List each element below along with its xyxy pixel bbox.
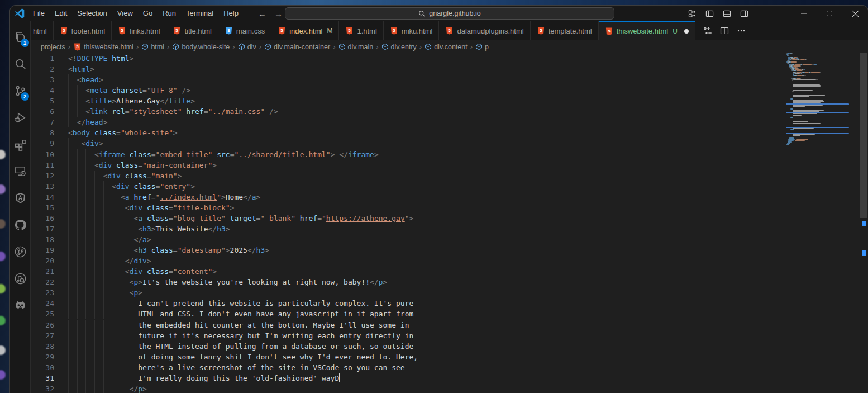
line-number: 7	[50, 117, 54, 127]
taskbar-app-icon[interactable]	[0, 150, 6, 159]
symbol-cube-icon	[475, 43, 483, 50]
activity-github[interactable]	[10, 214, 31, 236]
split-editor-icon[interactable]	[720, 26, 729, 35]
svg-text:5: 5	[280, 28, 283, 33]
code-line-11: <div class="main-container">	[68, 160, 786, 171]
breadcrumb-item-div.entry[interactable]: div.entry	[381, 43, 417, 51]
activity-source-control[interactable]: 2	[10, 79, 31, 102]
tab-title.html[interactable]: 5title.html	[166, 21, 218, 40]
menu-help[interactable]: Help	[218, 7, 244, 20]
breadcrumb-item-p[interactable]: p	[475, 43, 489, 51]
code-line-3: <head>	[68, 74, 786, 85]
minimap-line	[805, 69, 805, 70]
code-text: <link rel="stylesheet" href="../main.css…	[68, 107, 278, 116]
activity-angular[interactable]	[10, 187, 31, 209]
maximize-button[interactable]	[817, 6, 842, 21]
code-line-12: <div class="main">	[68, 171, 786, 181]
dirty-indicator[interactable]	[684, 29, 689, 34]
search-text: gnargle.github.io	[429, 10, 480, 17]
nav-back-icon[interactable]: ←	[258, 9, 266, 18]
more-actions-icon[interactable]	[737, 26, 746, 35]
activity-run-debug[interactable]	[10, 106, 31, 129]
breadcrumb-item-div.main-container[interactable]: div.main-container	[264, 43, 330, 51]
minimap-line	[805, 75, 806, 77]
tab-dalamudplugins.html[interactable]: 5dalamudplugins.html	[439, 21, 530, 40]
angular-icon	[14, 192, 27, 205]
taskbar-app-icon[interactable]	[0, 370, 6, 380]
minimap-line	[793, 86, 820, 87]
tab-thiswebsite.html[interactable]: 5thiswebsite.htmlU	[599, 21, 695, 40]
minimize-button[interactable]	[791, 6, 817, 21]
breadcrumb-label: p	[485, 43, 489, 51]
activity-git-graph[interactable]	[10, 240, 31, 263]
open-changes-icon[interactable]	[703, 26, 712, 35]
code-line-30: here's a live screenshot of the site in …	[68, 362, 786, 373]
tab-main.css[interactable]: 3main.css	[218, 21, 271, 40]
code-text: </p>	[68, 385, 147, 393]
menu-run[interactable]: Run	[158, 7, 181, 20]
activity-remote-explorer[interactable]	[10, 160, 31, 182]
menu-edit[interactable]: Edit	[50, 7, 72, 20]
activity-git-search[interactable]	[10, 267, 31, 290]
chevron-right-icon: ›	[67, 42, 71, 51]
breadcrumb-item-div.content[interactable]: div.content	[425, 43, 468, 51]
toggle-primary-sidebar-icon[interactable]	[705, 10, 714, 18]
tab-label: index.html	[289, 27, 322, 35]
editor-pane[interactable]: 1234567891011121314151617181920212223242…	[31, 53, 868, 393]
breadcrumb-item-div.main[interactable]: div.main	[338, 43, 374, 51]
minimap-line	[793, 135, 800, 136]
activity-search[interactable]	[10, 53, 31, 75]
customize-layout-icon[interactable]	[688, 10, 697, 18]
activity-explorer[interactable]: 1	[10, 26, 31, 48]
scrollbar-slider[interactable]	[860, 53, 867, 218]
tab-links.html[interactable]: 5links.html	[112, 21, 166, 40]
code-line-8: <body class="whole-site">	[68, 127, 786, 138]
minimap-line	[795, 140, 805, 141]
menu-view[interactable]: View	[112, 7, 138, 20]
minimap-line	[789, 61, 791, 63]
menu-file[interactable]: File	[28, 7, 50, 20]
nav-forward-icon[interactable]: →	[274, 9, 283, 18]
breadcrumb-label: html	[151, 43, 164, 51]
taskbar-app-icon[interactable]	[0, 345, 6, 355]
command-center-search[interactable]: gnargle.github.io	[285, 7, 614, 20]
menu-terminal[interactable]: Terminal	[181, 7, 218, 20]
toggle-secondary-sidebar-icon[interactable]	[740, 10, 748, 18]
minimap-line	[800, 65, 801, 67]
menu-selection[interactable]: Selection	[72, 7, 112, 20]
tab-footer.html[interactable]: 5footer.html	[54, 21, 112, 40]
breadcrumb-label: div	[247, 43, 256, 51]
menu-go[interactable]: Go	[138, 7, 158, 20]
breadcrumb-item-div[interactable]: div	[238, 43, 256, 51]
tab-index.html[interactable]: 5index.htmlM	[271, 21, 339, 40]
taskbar-app-icon[interactable]	[0, 252, 6, 261]
minimap-line	[795, 73, 800, 74]
tab-html[interactable]: html	[31, 21, 54, 40]
activity-extensions[interactable]	[10, 133, 31, 155]
toggle-panel-icon[interactable]	[723, 10, 731, 18]
vertical-scrollbar[interactable]	[859, 53, 868, 393]
tab-miku.html[interactable]: 5miku.html	[384, 21, 440, 40]
code-text: I can't pretend this website is particul…	[68, 299, 413, 307]
minimap[interactable]	[786, 53, 849, 393]
tab-template.html[interactable]: 5template.html	[531, 21, 599, 40]
breadcrumb-item-file[interactable]: 5thiswebsite.html	[73, 42, 133, 51]
breadcrumb-item-html[interactable]: html	[141, 43, 164, 51]
html-file-icon: 5	[73, 42, 82, 51]
taskbar-app-icon[interactable]	[0, 284, 6, 293]
vscode-logo-icon[interactable]	[15, 8, 25, 18]
taskbar-app-icon[interactable]	[0, 219, 6, 229]
activity-godot[interactable]	[10, 294, 31, 316]
tab-label: title.html	[184, 27, 211, 35]
taskbar-app-icon[interactable]	[0, 184, 6, 194]
code-area[interactable]: <!DOCTYPE html><html> <head> <meta chars…	[68, 53, 786, 393]
svg-text:5: 5	[608, 29, 611, 34]
tab-1.html[interactable]: 51.html	[339, 21, 383, 40]
taskbar-app-icon[interactable]	[0, 316, 6, 325]
code-text: <h3>This Website</h3>	[68, 225, 230, 233]
breadcrumb-item-projects[interactable]: projects	[41, 43, 65, 51]
minimap-line	[803, 64, 812, 65]
breadcrumb-item-body.whole-site[interactable]: body.whole-site	[172, 43, 230, 51]
close-button[interactable]	[842, 6, 868, 21]
code-line-15: <div class="title-block">	[68, 202, 786, 213]
